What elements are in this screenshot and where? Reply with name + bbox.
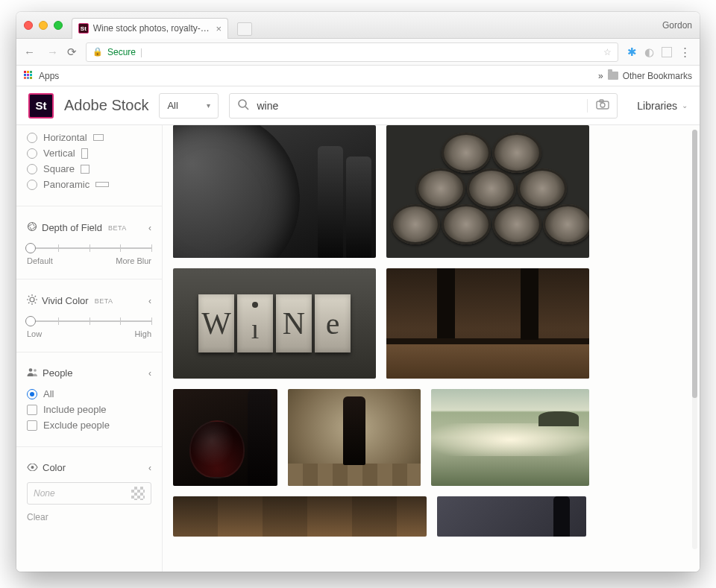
slider-min-label: Low bbox=[27, 329, 42, 338]
section-title: Color bbox=[43, 462, 66, 473]
svg-line-1 bbox=[245, 107, 248, 110]
visual-search-icon[interactable] bbox=[587, 99, 609, 113]
other-bookmarks-link[interactable]: Other Bookmarks bbox=[623, 71, 692, 81]
color-input[interactable]: None bbox=[27, 482, 151, 505]
orientation-panoramic[interactable]: Panoramic bbox=[27, 177, 151, 192]
people-section[interactable]: People ‹ bbox=[27, 366, 151, 386]
result-thumbnail[interactable] bbox=[431, 389, 589, 486]
search-input[interactable] bbox=[257, 100, 580, 112]
results-gallery: W ı N e bbox=[163, 125, 700, 572]
people-all[interactable]: All bbox=[27, 386, 151, 402]
people-include[interactable]: Include people bbox=[27, 402, 151, 417]
adobe-stock-logo[interactable]: St bbox=[28, 93, 54, 118]
search-icon bbox=[237, 98, 249, 113]
back-button[interactable]: ← bbox=[24, 45, 35, 58]
svg-point-3 bbox=[600, 103, 605, 107]
page: St Adobe Stock All ▾ Libraries ⌄ bbox=[16, 86, 700, 572]
svg-line-14 bbox=[28, 303, 29, 303]
orientation-horizontal[interactable]: Horizontal bbox=[27, 130, 151, 145]
result-thumbnail[interactable] bbox=[173, 496, 427, 537]
result-thumbnail[interactable] bbox=[386, 125, 589, 258]
chevron-left-icon: ‹ bbox=[148, 296, 151, 306]
label: All bbox=[43, 388, 54, 399]
svg-point-16 bbox=[34, 369, 37, 372]
forward-button[interactable]: → bbox=[47, 45, 58, 58]
titlebar: St Wine stock photos, royalty-fr… × Gord… bbox=[16, 12, 700, 39]
svg-point-6 bbox=[30, 297, 34, 302]
bookmark-star-icon[interactable]: ☆ bbox=[603, 47, 612, 57]
libraries-label: Libraries bbox=[637, 100, 677, 112]
extension-icon-3[interactable] bbox=[662, 47, 672, 57]
apps-link[interactable]: Apps bbox=[39, 71, 59, 81]
people-icon bbox=[27, 367, 38, 379]
result-thumbnail[interactable]: W ı N e bbox=[173, 268, 376, 379]
browser-window: St Wine stock photos, royalty-fr… × Gord… bbox=[16, 12, 700, 572]
transparency-swatch-icon bbox=[131, 487, 145, 500]
letter-tile: N bbox=[276, 294, 312, 353]
result-thumbnail[interactable] bbox=[173, 389, 277, 486]
color-section[interactable]: Color ‹ bbox=[27, 461, 151, 481]
orientation-vertical[interactable]: Vertical bbox=[27, 145, 151, 161]
section-title: People bbox=[43, 367, 72, 379]
category-dropdown[interactable]: All ▾ bbox=[159, 93, 219, 118]
radio-icon bbox=[27, 148, 37, 159]
svg-point-0 bbox=[239, 100, 246, 107]
orientation-square[interactable]: Square bbox=[27, 161, 151, 177]
zoom-window-button[interactable] bbox=[54, 21, 63, 30]
tab-close-button[interactable]: × bbox=[216, 23, 222, 34]
minimize-window-button[interactable] bbox=[39, 21, 48, 30]
search-bar bbox=[229, 93, 618, 118]
depth-slider[interactable] bbox=[27, 243, 151, 253]
depth-of-field-section[interactable]: Depth of Field BETA ‹ bbox=[27, 220, 151, 241]
square-icon bbox=[81, 165, 90, 174]
secure-label: Secure bbox=[107, 47, 136, 57]
result-thumbnail[interactable] bbox=[173, 125, 376, 258]
chevron-down-icon: ▾ bbox=[207, 101, 210, 110]
landscape-icon bbox=[93, 134, 104, 141]
color-placeholder: None bbox=[34, 488, 55, 499]
apps-icon bbox=[24, 71, 34, 81]
panoramic-icon bbox=[95, 182, 109, 187]
slider-thumb[interactable] bbox=[25, 243, 36, 253]
section-title: Depth of Field bbox=[42, 222, 102, 233]
result-thumbnail[interactable] bbox=[437, 496, 586, 537]
slider-max-label: More Blur bbox=[116, 256, 151, 265]
svg-point-15 bbox=[29, 368, 33, 372]
extension-icon[interactable]: ✱ bbox=[627, 45, 637, 59]
label: Panoramic bbox=[43, 179, 90, 190]
libraries-menu[interactable]: Libraries ⌄ bbox=[628, 100, 688, 112]
svg-point-5 bbox=[28, 223, 37, 231]
scrollbar-thumb[interactable] bbox=[692, 130, 697, 398]
vivid-slider[interactable] bbox=[27, 316, 151, 326]
chevron-left-icon: ‹ bbox=[148, 368, 151, 379]
letter-tile: W bbox=[198, 294, 234, 353]
close-window-button[interactable] bbox=[24, 21, 33, 30]
beta-badge: BETA bbox=[108, 224, 127, 232]
slider-max-label: High bbox=[134, 329, 151, 338]
clear-filters[interactable]: Clear bbox=[27, 512, 151, 522]
reload-button[interactable]: ⟳ bbox=[67, 45, 77, 59]
portrait-icon bbox=[81, 148, 88, 159]
overflow-chevron[interactable]: » bbox=[598, 71, 603, 81]
svg-line-11 bbox=[28, 296, 29, 297]
address-bar[interactable]: 🔒 Secure | ☆ bbox=[86, 42, 618, 62]
filters-sidebar: Horizontal Vertical Square Panoramic bbox=[16, 125, 163, 572]
bookmarks-bar: Apps » Other Bookmarks bbox=[16, 66, 700, 86]
letter-tile: ı bbox=[237, 294, 273, 353]
label: Horizontal bbox=[43, 132, 87, 143]
browser-menu-button[interactable]: ⋮ bbox=[679, 45, 692, 59]
new-tab-button[interactable] bbox=[237, 22, 252, 36]
checkbox-icon bbox=[27, 405, 37, 415]
browser-tab[interactable]: St Wine stock photos, royalty-fr… × bbox=[72, 18, 228, 39]
vivid-color-section[interactable]: Vivid Color BETA ‹ bbox=[27, 293, 151, 314]
scrollbar[interactable] bbox=[692, 130, 697, 549]
people-exclude[interactable]: Exclude people bbox=[27, 417, 151, 433]
slider-thumb[interactable] bbox=[25, 316, 36, 326]
result-thumbnail[interactable] bbox=[288, 389, 421, 486]
result-thumbnail[interactable] bbox=[386, 268, 589, 379]
extension-icon-2[interactable]: ◐ bbox=[644, 45, 654, 59]
profile-name[interactable]: Gordon bbox=[662, 20, 692, 31]
tab-title: Wine stock photos, royalty-fr… bbox=[93, 23, 212, 34]
nav-arrows: ← → bbox=[24, 45, 58, 58]
section-title: Vivid Color bbox=[42, 295, 89, 306]
